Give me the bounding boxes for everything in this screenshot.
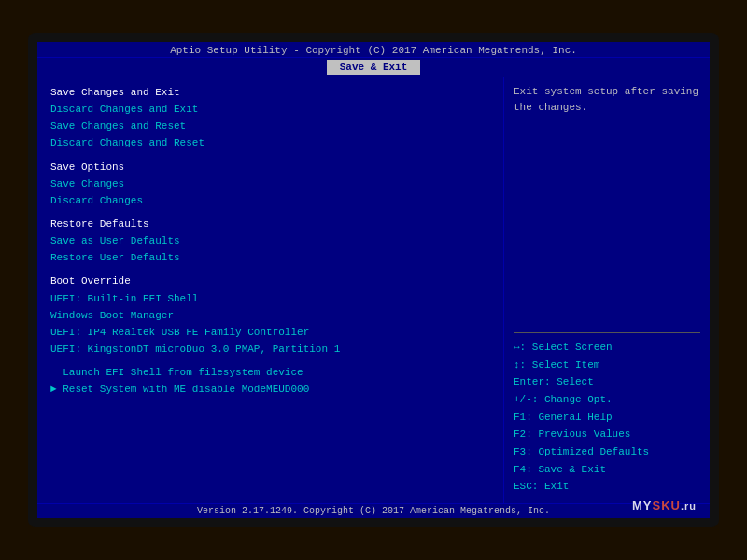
menu-uefi-realtek[interactable]: UEFI: IP4 Realtek USB FE Family Controll… — [47, 324, 494, 341]
menu-restore-defaults[interactable]: Restore Defaults — [47, 216, 494, 232]
help-f2: F2: Previous Values — [514, 426, 700, 443]
menu-save-reset[interactable]: Save Changes and Reset — [47, 118, 494, 134]
help-select-item: ↕: Select Item — [514, 357, 700, 374]
menu-discard-changes[interactable]: Discard Changes — [47, 192, 494, 209]
menu-reset-me[interactable]: ► Reset System with ME disable ModeMEUD0… — [47, 381, 494, 398]
menu-restore-user-defaults[interactable]: Restore User Defaults — [47, 249, 494, 266]
menu-save-exit[interactable]: Save Changes and Exit — [47, 84, 494, 101]
help-f1: F1: General Help — [514, 409, 700, 427]
copyright-text: Aptio Setup Utility - Copyright (C) 2017… — [170, 45, 577, 56]
tab-save-exit[interactable]: Save & Exit — [327, 60, 421, 75]
menu-save-options: Save Options — [47, 159, 494, 175]
left-panel: Save Changes and Exit Discard Changes an… — [37, 77, 504, 503]
menu-uefi-efi-shell[interactable]: UEFI: Built-in EFI Shell — [47, 290, 494, 307]
footer-bar: Version 2.17.1249. Copyright (C) 2017 Am… — [37, 503, 710, 518]
menu-launch-efi[interactable]: Launch EFI Shell from filesystem device — [47, 364, 494, 381]
menu-boot-override: Boot Override — [47, 273, 494, 289]
help-select-screen: ↔: Select Screen — [514, 339, 700, 357]
desc-content: Exit system setup after saving the chang… — [514, 86, 698, 113]
bios-screen: Aptio Setup Utility - Copyright (C) 2017… — [37, 42, 710, 518]
menu-discard-reset[interactable]: Discard Changes and Reset — [47, 134, 494, 151]
spacer-2 — [47, 209, 494, 216]
help-f3: F3: Optimized Defaults — [514, 443, 700, 461]
watermark: MYSKU.ru — [632, 498, 697, 512]
menu-save-user-defaults[interactable]: Save as User Defaults — [47, 232, 494, 249]
spacer-4 — [47, 357, 494, 364]
help-f4: F4: Save & Exit — [514, 461, 700, 479]
menu-uefi-kingston[interactable]: UEFI: KingstonDT microDuo 3.0 PMAP, Part… — [47, 341, 494, 357]
right-panel: Exit system setup after saving the chang… — [504, 77, 710, 503]
menu-windows-boot[interactable]: Windows Boot Manager — [47, 307, 494, 324]
menu-discard-exit[interactable]: Discard Changes and Exit — [47, 101, 494, 118]
header-bar: Aptio Setup Utility - Copyright (C) 2017… — [37, 42, 710, 58]
monitor: Aptio Setup Utility - Copyright (C) 2017… — [28, 33, 719, 527]
spacer-1 — [47, 152, 494, 159]
tab-bar: Save & Exit — [37, 58, 710, 77]
spacer-3 — [47, 266, 494, 273]
help-enter: Enter: Select — [514, 373, 700, 391]
help-keys: ↔: Select Screen ↕: Select Item Enter: S… — [514, 332, 700, 496]
description-text: Exit system setup after saving the chang… — [514, 84, 700, 332]
help-esc: ESC: Exit — [514, 478, 700, 496]
main-content: Save Changes and Exit Discard Changes an… — [37, 77, 710, 503]
menu-save-changes[interactable]: Save Changes — [47, 175, 494, 192]
help-change-opt: +/-: Change Opt. — [514, 391, 700, 409]
footer-text: Version 2.17.1249. Copyright (C) 2017 Am… — [197, 506, 550, 516]
